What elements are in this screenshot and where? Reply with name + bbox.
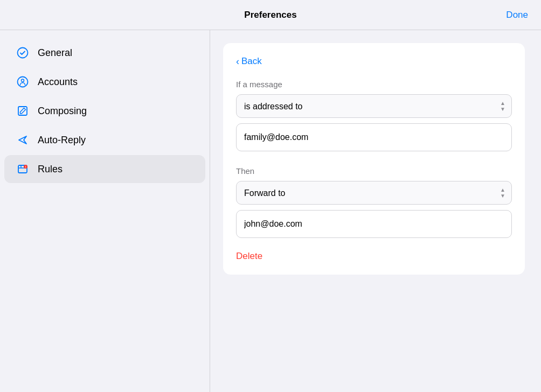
header: Preferences Done [0, 0, 541, 30]
sidebar-item-general-label: General [38, 47, 72, 59]
sidebar-item-accounts[interactable]: Accounts [4, 68, 205, 96]
rules-icon: ! [15, 162, 30, 177]
if-label: If a message [236, 80, 512, 89]
condition-input[interactable] [236, 123, 512, 151]
svg-rect-2 [18, 107, 27, 115]
accounts-icon [15, 74, 30, 89]
delete-button[interactable]: Delete [236, 251, 262, 262]
back-label: Back [241, 56, 262, 67]
rules-card: ‹ Back If a message is addressed to is f… [223, 43, 525, 275]
action-select-wrapper: Forward to Move to Folder Mark as Read D… [236, 181, 512, 205]
section-gap [236, 151, 512, 166]
back-button[interactable]: ‹ Back [236, 56, 262, 67]
general-icon [15, 45, 30, 60]
sidebar-item-composing[interactable]: Composing [4, 97, 205, 125]
composing-icon [15, 103, 30, 118]
page-title: Preferences [244, 10, 296, 20]
back-chevron-icon: ‹ [236, 57, 239, 66]
condition-select-wrapper: is addressed to is from has subject cont… [236, 94, 512, 118]
sidebar-item-rules-label: Rules [38, 164, 63, 175]
svg-point-0 [18, 48, 28, 58]
sidebar-item-rules[interactable]: ! Rules [4, 155, 205, 183]
sidebar-item-composing-label: Composing [38, 106, 87, 117]
action-input[interactable] [236, 210, 512, 238]
content-area: ‹ Back If a message is addressed to is f… [210, 30, 541, 392]
sidebar-item-auto-reply-label: Auto-Reply [38, 135, 86, 146]
main-layout: General Accounts Composing [0, 30, 541, 392]
condition-select[interactable]: is addressed to is from has subject cont… [236, 94, 512, 118]
auto-reply-icon [15, 132, 30, 148]
sidebar-item-general[interactable]: General [4, 39, 205, 67]
done-button[interactable]: Done [506, 10, 528, 20]
action-section: Then Forward to Move to Folder Mark as R… [236, 166, 512, 238]
action-select[interactable]: Forward to Move to Folder Mark as Read D… [236, 181, 512, 205]
sidebar: General Accounts Composing [0, 30, 210, 392]
condition-section: If a message is addressed to is from has… [236, 80, 512, 151]
sidebar-item-accounts-label: Accounts [38, 76, 78, 88]
then-label: Then [236, 166, 512, 176]
sidebar-item-auto-reply[interactable]: Auto-Reply [4, 126, 205, 154]
